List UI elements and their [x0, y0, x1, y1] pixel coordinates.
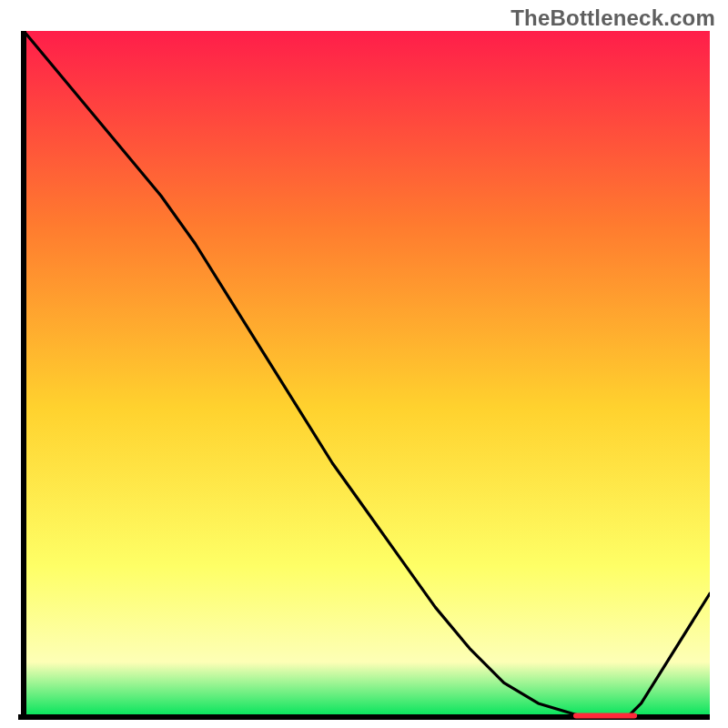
chart-stage: TheBottleneck.com: [0, 0, 728, 728]
watermark-label: TheBottleneck.com: [511, 5, 715, 31]
gradient-background: [24, 31, 710, 717]
plot-area: [18, 31, 710, 723]
chart-svg: [18, 31, 710, 723]
